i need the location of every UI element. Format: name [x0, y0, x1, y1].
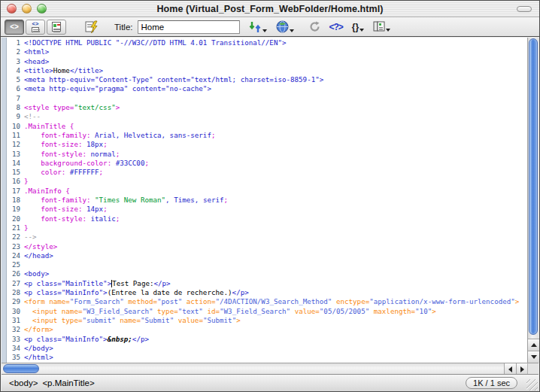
scroll-up-button[interactable] — [528, 339, 539, 351]
code-navigation-button[interactable]: {} — [352, 22, 364, 32]
scroll-left-button[interactable] — [504, 363, 516, 375]
line-number: 3 — [8, 57, 24, 66]
line-number: 32 — [8, 325, 24, 334]
code-line[interactable]: 14 background-color: #33CC00; — [8, 159, 529, 168]
line-number: 14 — [8, 159, 24, 168]
split-view-button[interactable]: <> — [26, 20, 45, 35]
vertical-scrollbar-thumb[interactable] — [529, 38, 538, 335]
scroll-right-button[interactable] — [516, 363, 528, 375]
file-management-button[interactable] — [249, 21, 267, 33]
code-lines: 1<!DOCTYPE HTML PUBLIC "-//W3C//DTD HTML… — [8, 38, 529, 362]
code-line[interactable]: 23</style> — [8, 242, 529, 251]
code-line[interactable]: 13 font-style: normal; — [8, 150, 529, 159]
code-line-text: background-color: #33CC00; — [24, 159, 529, 168]
resize-grip[interactable] — [526, 379, 538, 390]
tag-selector-p-maintitle[interactable]: <p.MainTitle> — [42, 378, 94, 387]
code-line-text: <input name="W3_Field_Search" type="text… — [24, 307, 529, 316]
code-line[interactable]: 9<!-- — [8, 112, 529, 121]
code-line[interactable]: 24</head> — [8, 251, 529, 260]
scrollbar-corner — [527, 363, 538, 375]
code-line[interactable]: 18 font-family: "Times New Roman", Times… — [8, 196, 529, 205]
document-title-input[interactable] — [138, 20, 240, 34]
reference-button[interactable]: <?> — [329, 22, 343, 32]
code-line-text: <input type="submit" name="Submit" value… — [24, 316, 529, 325]
code-line-text: <html> — [24, 47, 529, 56]
code-line[interactable]: 4<title>Home</title> — [8, 66, 529, 75]
title-bar[interactable]: Home (Virtual_Post_Form_WebFolder/Home.h… — [1, 1, 539, 17]
code-view[interactable]: 1<!DOCTYPE HTML PUBLIC "-//W3C//DTD HTML… — [2, 38, 529, 363]
code-line[interactable]: 25 — [8, 260, 529, 269]
code-line[interactable]: 20 font-style: italic; — [8, 214, 529, 223]
code-line[interactable]: 17.MainInfo { — [8, 187, 529, 196]
code-line[interactable]: 31 <input type="submit" name="Submit" va… — [8, 316, 529, 325]
live-data-button[interactable] — [83, 20, 101, 35]
code-line[interactable]: 34</body> — [8, 344, 529, 353]
code-line[interactable]: 3<head> — [8, 57, 529, 66]
toolbar-toggle-button[interactable] — [517, 6, 532, 12]
code-line-text — [24, 260, 529, 269]
code-line-text: font-style: normal; — [24, 150, 529, 159]
up-arrow-icon — [531, 343, 537, 347]
code-line[interactable]: 12 font-size: 18px; — [8, 140, 529, 149]
code-line[interactable]: 30 <input name="W3_Field_Search" type="t… — [8, 307, 529, 316]
code-line[interactable]: 6<meta http-equiv="pragma" content="no-c… — [8, 84, 529, 93]
code-line-text: </html> — [24, 353, 529, 362]
code-line-text: .MainInfo { — [24, 187, 529, 196]
code-line-text: } — [24, 177, 529, 186]
preview-in-browser-button[interactable] — [276, 20, 294, 33]
tag-selector: <body> <p.MainTitle> — [9, 378, 95, 387]
line-number: 2 — [8, 47, 24, 56]
code-line-text: <!-- — [24, 112, 529, 121]
code-line[interactable]: 2<html> — [8, 47, 529, 56]
code-line[interactable]: 10.MainTitle { — [8, 122, 529, 131]
line-number: 27 — [8, 279, 24, 288]
code-line-text: font-size: 18px; — [24, 140, 529, 149]
line-number: 23 — [8, 242, 24, 251]
tag-selector-body[interactable]: <body> — [9, 378, 38, 387]
code-line[interactable]: 11 font-family: Arial, Helvetica, sans-s… — [8, 131, 529, 140]
code-line-text: </head> — [24, 251, 529, 260]
view-options-icon — [373, 21, 385, 32]
code-line[interactable]: 1<!DOCTYPE HTML PUBLIC "-//W3C//DTD HTML… — [8, 38, 529, 47]
file-management-icon — [249, 21, 262, 33]
code-line[interactable]: 32</form> — [8, 325, 529, 334]
horizontal-scrollbar[interactable] — [2, 363, 528, 375]
code-line[interactable]: 19 font-size: 14px; — [8, 205, 529, 214]
code-line[interactable]: 22--> — [8, 232, 529, 242]
code-line[interactable]: 33<p class="MainInfo">&nbsp;</p> — [8, 335, 529, 344]
code-line[interactable]: 28<p class="MainInfo">(Entree la date de… — [8, 288, 529, 297]
vertical-scrollbar[interactable] — [527, 38, 538, 363]
horizontal-scrollbar-thumb[interactable] — [3, 364, 39, 373]
code-line-text — [24, 94, 529, 103]
code-view-button[interactable]: <> — [5, 20, 24, 35]
code-line-text: <style type="text/css"> — [24, 103, 529, 112]
right-arrow-icon — [520, 366, 524, 372]
code-line-text: <head> — [24, 57, 529, 66]
line-number: 26 — [8, 269, 24, 278]
line-number: 29 — [8, 297, 24, 306]
code-line[interactable]: 15 color: #FFFFFF; — [8, 168, 529, 177]
design-view-button[interactable] — [47, 20, 66, 35]
scroll-down-button[interactable] — [528, 351, 539, 363]
code-line-text: <p class="MainInfo">&nbsp;</p> — [24, 335, 529, 344]
lightning-icon — [85, 20, 99, 34]
line-number: 20 — [8, 214, 24, 223]
code-line[interactable]: 27<p class="MainTitle">Test Page:</p> — [8, 279, 529, 288]
code-line-text: <meta http-equiv="Content-Type" content=… — [24, 75, 529, 84]
code-line[interactable]: 8<style type="text/css"> — [8, 103, 529, 112]
code-line[interactable]: 7 — [8, 94, 529, 103]
code-line[interactable]: 35</html> — [8, 353, 529, 362]
code-line[interactable]: 29<form name="Form_Search" method="post"… — [8, 297, 529, 306]
refresh-design-view-button[interactable] — [309, 21, 320, 32]
line-number: 13 — [8, 150, 24, 159]
code-line-text: font-size: 14px; — [24, 205, 529, 214]
line-number: 4 — [8, 66, 24, 75]
code-line[interactable]: 21} — [8, 223, 529, 232]
code-line[interactable]: 5<meta http-equiv="Content-Type" content… — [8, 75, 529, 84]
code-line-text: <form name="Form_Search" method="post" a… — [24, 297, 529, 306]
code-line[interactable]: 16} — [8, 177, 529, 186]
view-options-button[interactable] — [373, 21, 390, 32]
code-line[interactable]: 26<body> — [8, 269, 529, 278]
document-size-indicator: 1K / 1 sec — [466, 377, 517, 389]
line-number: 10 — [8, 122, 24, 131]
